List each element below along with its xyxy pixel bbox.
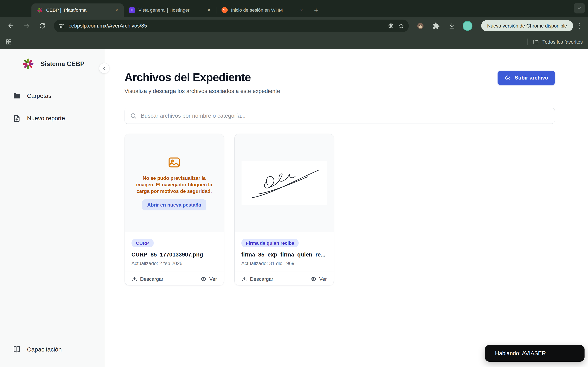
apps-grid-icon[interactable] (5, 39, 12, 45)
sidebar-item-label: Carpetas (27, 92, 51, 99)
chrome-update-button[interactable]: Nueva versión de Chrome disponible (481, 20, 573, 31)
bookmarks-bar: Todos los favoritos (0, 35, 588, 49)
eye-icon (200, 276, 207, 282)
back-button[interactable] (4, 19, 18, 33)
tab-whm[interactable]: cP Inicio de sesión en WHM × (216, 3, 309, 17)
brand-name: Sistema CEBP (40, 60, 84, 68)
search-input[interactable] (141, 113, 550, 119)
forward-button[interactable] (19, 19, 34, 33)
sidebar-collapse-button[interactable] (99, 63, 109, 73)
tab-search-button[interactable] (574, 3, 585, 13)
download-action[interactable]: Descargar (131, 276, 164, 282)
file-updated: Actualizado: 2 feb 2026 (131, 261, 217, 266)
file-name: firma_85_exp_firma_quien_re... (241, 251, 327, 258)
file-search (125, 108, 555, 124)
file-preview (234, 134, 334, 232)
open-in-new-tab-button[interactable]: Abrir en nueva pestaña (142, 200, 207, 210)
new-tab-button[interactable]: + (311, 5, 321, 15)
image-icon (167, 155, 181, 170)
tab-title: Inicio de sesión en WHM (231, 7, 295, 13)
tab-cebp[interactable]: CEBP || Plataforma × (31, 3, 124, 17)
browser-menu-icon[interactable]: ⋮ (575, 22, 584, 30)
hostinger-favicon-icon: H (129, 7, 135, 13)
cloud-upload-icon (504, 75, 511, 82)
sidebar-item-nuevo-reporte[interactable]: Nuevo reporte (0, 110, 105, 127)
downloads-icon[interactable] (445, 19, 459, 33)
app-sidebar: Sistema CEBP Carpetas Nuevo reporte (0, 49, 105, 367)
browser-window: CEBP || Plataforma × H Vista general | H… (0, 0, 588, 367)
extensions-puzzle-icon[interactable] (429, 19, 443, 33)
view-action[interactable]: Ver (200, 276, 217, 282)
tab-close-icon[interactable]: × (206, 7, 212, 13)
main-panel: Archivos del Expediente Visualiza y desc… (105, 49, 588, 367)
address-bar[interactable]: cebpslp.com.mx/#/verArchivos/85 (54, 20, 409, 32)
file-card-firma: Firma de quien recibe firma_85_exp_firma… (234, 134, 334, 285)
category-badge: CURP (131, 239, 154, 247)
signature-image (242, 161, 327, 205)
browser-toolbar: cebpslp.com.mx/#/verArchivos/85 Nueva ve… (0, 17, 588, 35)
reload-button[interactable] (35, 19, 50, 33)
search-icon (130, 112, 137, 119)
sidebar-item-label: Nuevo reporte (27, 115, 65, 122)
tab-close-icon[interactable]: × (298, 7, 305, 13)
cpanel-favicon-icon: cP (222, 7, 227, 13)
download-action[interactable]: Descargar (241, 276, 273, 282)
tab-hostinger[interactable]: H Vista general | Hostinger × (124, 3, 216, 17)
document-plus-icon (13, 114, 21, 122)
preview-error-message: No se pudo previsualizar la imagen. El n… (134, 175, 214, 195)
tab-strip: CEBP || Plataforma × H Vista general | H… (0, 0, 588, 17)
brand: Sistema CEBP (0, 49, 105, 79)
site-settings-icon[interactable] (58, 23, 65, 29)
all-bookmarks-label: Todos los favoritos (543, 39, 583, 45)
tab-close-icon[interactable]: × (113, 7, 120, 13)
file-name: CURP_85_1770133907.png (131, 251, 217, 258)
file-updated: Actualizado: 31 dic 1969 (241, 261, 327, 266)
category-badge: Firma de quien recibe (241, 239, 299, 247)
sidebar-nav: Carpetas Nuevo reporte (0, 87, 105, 132)
file-preview: No se pudo previsualizar la imagen. El n… (125, 134, 224, 232)
url-text: cebpslp.com.mx/#/verArchivos/85 (69, 23, 384, 29)
cebp-favicon-icon (37, 7, 43, 13)
download-icon (131, 276, 138, 282)
tab-title: Vista general | Hostinger (138, 7, 202, 13)
bookmark-star-icon[interactable] (398, 23, 404, 29)
translate-icon[interactable] (388, 23, 394, 29)
cebp-logo-icon (22, 58, 35, 70)
profile-avatar[interactable] (460, 19, 475, 33)
eye-icon (310, 276, 316, 282)
sidebar-item-label: Capacitación (27, 346, 62, 353)
page-content: Sistema CEBP Carpetas Nuevo reporte (0, 49, 588, 367)
speaking-toast: Hablando: AVIASER (485, 345, 585, 362)
all-bookmarks[interactable]: Todos los favoritos (527, 39, 583, 45)
folder-icon (13, 92, 21, 100)
page-subtitle: Visualiza y descarga los archivos asocia… (125, 88, 280, 94)
page-title: Archivos del Expediente (125, 71, 280, 84)
tab-title: CEBP || Plataforma (46, 7, 110, 13)
view-action[interactable]: Ver (310, 276, 327, 282)
monkey-extension-icon[interactable] (413, 19, 428, 33)
book-icon (13, 345, 21, 353)
file-card-curp: No se pudo previsualizar la imagen. El n… (125, 134, 224, 285)
upload-file-button[interactable]: Subir archivo (498, 71, 555, 85)
divider (527, 39, 528, 45)
sidebar-item-carpetas[interactable]: Carpetas (0, 87, 105, 104)
sidebar-item-capacitacion[interactable]: Capacitación (0, 341, 105, 358)
download-icon (241, 276, 247, 282)
sidebar-bottom: Capacitación (0, 341, 105, 367)
file-cards: No se pudo previsualizar la imagen. El n… (125, 134, 555, 285)
folder-icon (533, 39, 539, 45)
